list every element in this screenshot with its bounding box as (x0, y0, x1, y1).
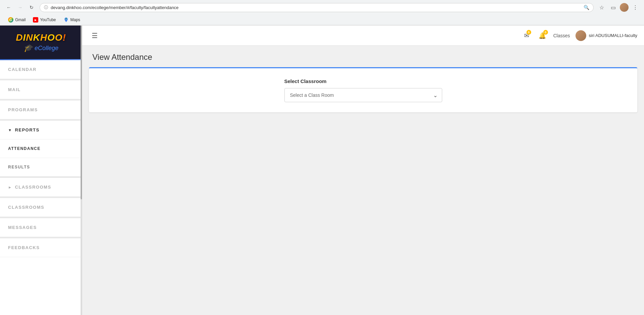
sidebar-item-reports-label: REPORTS (15, 127, 39, 132)
user-profile[interactable]: siri ADUSUMALLI-faculty (576, 30, 637, 41)
sidebar-item-mail-label: MAIL (8, 87, 21, 92)
sidebar-item-classrooms-expanded-label: CLASSROOMS (15, 185, 51, 190)
split-screen-button[interactable]: ▭ (608, 3, 618, 12)
sidebar-item-mail[interactable]: MAIL (0, 80, 82, 99)
sidebar-scroll-indicator (81, 26, 82, 315)
sidebar-item-feedbacks-label: FEEDBACKS (8, 245, 40, 250)
bookmark-maps-label: Maps (71, 17, 80, 22)
sidebar-item-results-label: RESULTS (8, 165, 30, 169)
sidebar-item-reports[interactable]: ▼ REPORTS (0, 121, 82, 140)
sidebar-item-programs-label: PROGRAMS (8, 107, 38, 112)
classroom-select-wrapper: Select a Class Room ⌄ (284, 88, 442, 102)
sidebar-item-messages[interactable]: MESSAGES (0, 218, 82, 237)
classroom-select[interactable]: Select a Class Room (284, 88, 442, 102)
sidebar-item-attendance[interactable]: ATTENDANCE (0, 140, 82, 158)
maps-icon (63, 17, 69, 23)
browser-toolbar: ← → ↻ ⓘ 🔍 ☆ ▭ ⋮ (0, 0, 644, 15)
user-name: siri ADUSUMALLI-faculty (589, 33, 637, 38)
bookmark-gmail[interactable]: G Gmail (5, 16, 28, 24)
bell-badge: 0 (543, 30, 548, 35)
user-avatar (576, 30, 586, 41)
forward-button[interactable]: → (15, 3, 25, 12)
sidebar-item-feedbacks[interactable]: FEEDBACKS (0, 238, 82, 257)
bookmark-youtube-label: YouTube (40, 17, 56, 22)
top-bar: ☰ ✉ 0 🔔 0 Classes siri ADUSUMALLI-facult… (82, 26, 644, 46)
menu-button[interactable]: ⋮ (631, 3, 640, 12)
bookmark-gmail-label: Gmail (15, 17, 26, 22)
gmail-icon: G (8, 17, 13, 23)
bell-button[interactable]: 🔔 0 (537, 30, 548, 41)
classroom-form: Select Classroom Select a Class Room ⌄ (99, 78, 627, 102)
mail-button[interactable]: ✉ 0 (522, 30, 531, 41)
bookmark-star-button[interactable]: ☆ (597, 3, 606, 12)
browser-user-avatar[interactable] (620, 3, 629, 12)
classroom-form-label: Select Classroom (284, 78, 327, 84)
browser-action-buttons: ☆ ▭ ⋮ (597, 3, 640, 12)
sidebar-item-attendance-label: ATTENDANCE (8, 146, 41, 151)
address-security-icon: ⓘ (44, 5, 48, 10)
bookmark-youtube[interactable]: YouTube (30, 16, 58, 24)
sidebar-scroll-thumb (81, 26, 82, 199)
refresh-button[interactable]: ↻ (27, 3, 36, 12)
sidebar: DINKHOO! 🎓 eCollege CALENDAR MAIL PROGRA… (0, 26, 82, 315)
sidebar-item-calendar[interactable]: CALENDAR (0, 60, 82, 79)
browser-chrome: ← → ↻ ⓘ 🔍 ☆ ▭ ⋮ G Gmail YouTube (0, 0, 644, 26)
logo-dinkhoo: DINKHOO! (16, 32, 66, 43)
content-card: Select Classroom Select a Class Room ⌄ (89, 67, 637, 112)
sidebar-item-classrooms-expanded[interactable]: ► CLASSROOMS (0, 178, 82, 197)
youtube-icon (33, 17, 38, 23)
sidebar-logo: DINKHOO! 🎓 eCollege (0, 26, 82, 59)
page-header: View Attendance (82, 46, 644, 67)
chevron-right-icon: ► (8, 185, 12, 189)
bookmarks-bar: G Gmail YouTube Maps (0, 15, 644, 25)
sidebar-item-results[interactable]: RESULTS (0, 158, 82, 176)
main-content: View Attendance Select Classroom Select … (82, 46, 644, 315)
page-title: View Attendance (92, 52, 634, 62)
sidebar-item-programs[interactable]: PROGRAMS (0, 101, 82, 119)
logo-ecollege: 🎓 eCollege (24, 44, 58, 52)
top-bar-right: ✉ 0 🔔 0 Classes siri ADUSUMALLI-faculty (522, 30, 637, 41)
app-container: DINKHOO! 🎓 eCollege CALENDAR MAIL PROGRA… (0, 26, 644, 315)
graduation-cap-icon: 🎓 (24, 44, 33, 52)
bookmark-maps[interactable]: Maps (61, 16, 83, 24)
url-input[interactable] (51, 5, 581, 10)
main-inner: View Attendance Select Classroom Select … (82, 46, 644, 119)
classes-link[interactable]: Classes (553, 33, 570, 38)
sidebar-item-classrooms[interactable]: CLASSROOMS (0, 198, 82, 217)
address-bar[interactable]: ⓘ 🔍 (40, 3, 594, 12)
browser-nav-buttons: ← → ↻ (4, 3, 36, 12)
chevron-down-icon: ▼ (8, 128, 12, 132)
address-search-icon: 🔍 (584, 5, 589, 10)
mail-badge: 0 (526, 30, 531, 35)
sidebar-item-classrooms-label: CLASSROOMS (8, 205, 44, 210)
sidebar-item-messages-label: MESSAGES (8, 225, 37, 230)
sidebar-item-calendar-label: CALENDAR (8, 67, 37, 72)
back-button[interactable]: ← (4, 3, 13, 12)
main-area: ☰ ✉ 0 🔔 0 Classes siri ADUSUMALLI-facult… (82, 26, 644, 315)
hamburger-button[interactable]: ☰ (89, 29, 100, 42)
ecollege-label: eCollege (35, 45, 58, 52)
sidebar-nav: CALENDAR MAIL PROGRAMS ▼ REPORTS ATTENDA… (0, 60, 82, 257)
